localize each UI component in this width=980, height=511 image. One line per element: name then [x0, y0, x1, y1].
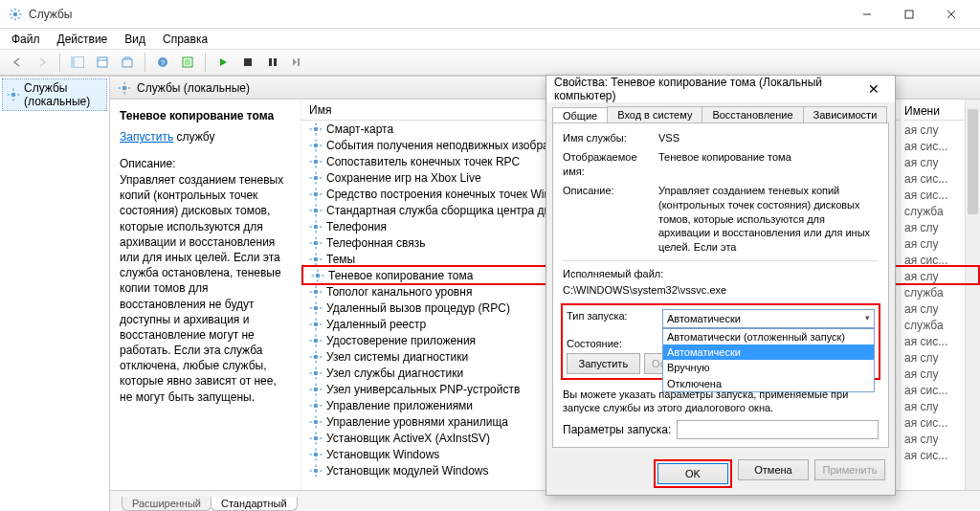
- gear-icon: [309, 350, 323, 364]
- svg-point-41: [314, 143, 319, 147]
- bg-cell: ая сис...: [904, 171, 972, 188]
- svg-rect-17: [122, 59, 132, 67]
- dd-option-auto[interactable]: Автоматически: [663, 344, 874, 360]
- bg-cell: ая слу: [904, 367, 972, 383]
- menu-view[interactable]: Вид: [117, 31, 153, 48]
- console-tree: Службы (локальные): [0, 77, 110, 511]
- stop-service-button[interactable]: [236, 52, 259, 73]
- svg-rect-14: [71, 56, 75, 68]
- tab-logon[interactable]: Вход в систему: [607, 106, 702, 122]
- svg-point-81: [316, 273, 321, 278]
- state-label: Состояние:: [567, 338, 662, 349]
- tab-dependencies[interactable]: Зависимости: [803, 106, 888, 122]
- restart-service-button[interactable]: [286, 52, 309, 73]
- dialog-close-button[interactable]: ✕: [860, 81, 887, 97]
- bg-cell: ая слу: [904, 432, 972, 448]
- svg-point-26: [11, 93, 16, 98]
- svg-point-71: [314, 240, 319, 245]
- service-row-label: События получения неподвижных изображ...: [326, 139, 567, 152]
- svg-point-66: [314, 224, 319, 229]
- gear-icon: [309, 464, 323, 478]
- dialog-page-general: Имя службы: VSS Отображаемое имя: Тенево…: [552, 122, 889, 448]
- gear-icon: [309, 253, 323, 266]
- back-button[interactable]: [6, 52, 29, 73]
- dd-option-delayed[interactable]: Автоматически (отложенный запуск): [663, 329, 874, 344]
- svg-point-0: [13, 11, 18, 16]
- tree-item-services-local[interactable]: Службы (локальные): [2, 78, 107, 111]
- description-label: Описание:: [120, 157, 291, 170]
- menu-file[interactable]: Файл: [4, 31, 48, 48]
- services-app-icon: [8, 7, 23, 22]
- service-row-label: Темы: [326, 253, 355, 266]
- bg-cell: ая слу: [904, 122, 972, 139]
- start-service-button[interactable]: [212, 52, 234, 73]
- cancel-button[interactable]: Отмена: [738, 459, 809, 480]
- start-service-link[interactable]: Запустить: [120, 130, 173, 144]
- svg-line-5: [11, 10, 12, 11]
- svg-rect-23: [269, 58, 272, 66]
- svg-rect-22: [244, 58, 252, 66]
- service-row-label: Узел универсальных PNP-устройств: [326, 383, 520, 396]
- gear-icon: [309, 383, 323, 396]
- svg-rect-21: [185, 59, 190, 65]
- show-hide-tree-button[interactable]: [66, 52, 89, 73]
- service-row-label: Управление уровнями хранилища: [326, 415, 508, 429]
- help-button[interactable]: ?: [151, 52, 174, 73]
- maximize-button[interactable]: [888, 1, 930, 28]
- service-row-label: Удостоверение приложения: [326, 334, 476, 347]
- minimize-button[interactable]: [846, 1, 888, 28]
- apply-button[interactable]: Применить: [814, 459, 885, 480]
- properties-button[interactable]: [91, 52, 114, 73]
- svg-line-7: [11, 16, 12, 18]
- bg-cell: ая сис...: [904, 188, 972, 204]
- svg-point-131: [314, 435, 319, 440]
- bg-cell: служба: [904, 285, 972, 301]
- vertical-scrollbar[interactable]: [965, 100, 980, 490]
- startup-type-combobox[interactable]: Автоматически ▾ Автоматически (отложенны…: [662, 309, 875, 328]
- tab-standard[interactable]: Стандартный: [211, 497, 298, 511]
- ok-button[interactable]: OK: [657, 463, 728, 484]
- service-row-label: Телефонная связь: [326, 236, 425, 250]
- svg-point-61: [314, 208, 319, 212]
- forward-button[interactable]: [31, 52, 54, 73]
- tab-recovery[interactable]: Восстановление: [702, 106, 803, 122]
- service-row-label: Узел системы диагностики: [326, 350, 468, 364]
- startup-type-value: Автоматически: [667, 312, 741, 325]
- pause-service-button[interactable]: [261, 52, 284, 73]
- start-button[interactable]: Запустить: [567, 353, 640, 374]
- startup-type-dropdown: Автоматически (отложенный запуск) Автома…: [662, 328, 875, 392]
- gear-icon: [309, 415, 323, 429]
- gear-icon: [309, 139, 323, 152]
- dd-option-disabled[interactable]: Отключена: [663, 376, 874, 391]
- dialog-footer: OK Отмена Применить: [546, 454, 895, 498]
- tab-extended[interactable]: Расширенный: [122, 497, 212, 511]
- gear-icon: [309, 318, 323, 331]
- svg-point-106: [314, 354, 319, 359]
- dd-option-manual[interactable]: Вручную: [663, 360, 874, 375]
- params-input[interactable]: [677, 420, 879, 439]
- title-bar: Службы: [0, 0, 980, 29]
- svc-name-value: VSS: [658, 131, 879, 144]
- menu-help[interactable]: Справка: [155, 31, 215, 48]
- tab-general[interactable]: Общие: [552, 107, 608, 123]
- service-row-label: Установщик Windows: [326, 448, 439, 461]
- dialog-title: Свойства: Теневое копирование тома (Лока…: [554, 76, 860, 102]
- close-button[interactable]: [930, 1, 972, 28]
- menu-action[interactable]: Действие: [50, 31, 116, 48]
- startup-type-label: Тип запуска:: [567, 309, 662, 328]
- refresh-button[interactable]: [176, 52, 199, 73]
- ok-highlight-box: OK: [654, 459, 732, 488]
- gear-icon: [309, 399, 323, 412]
- gear-icon: [309, 285, 323, 299]
- export-button[interactable]: [116, 52, 139, 73]
- svg-text:?: ?: [161, 58, 166, 67]
- bg-cell: ая сис...: [904, 415, 972, 432]
- service-row-label: Смарт-карта: [326, 122, 393, 136]
- bg-cell: ая сис...: [904, 448, 972, 464]
- svg-rect-25: [298, 58, 300, 66]
- svg-point-141: [314, 468, 319, 473]
- gear-icon: [309, 432, 323, 445]
- bg-cell: служба: [904, 204, 972, 220]
- service-row-label: Сохранение игр на Xbox Live: [326, 171, 481, 185]
- exe-label: Исполняемый файл:: [563, 267, 879, 280]
